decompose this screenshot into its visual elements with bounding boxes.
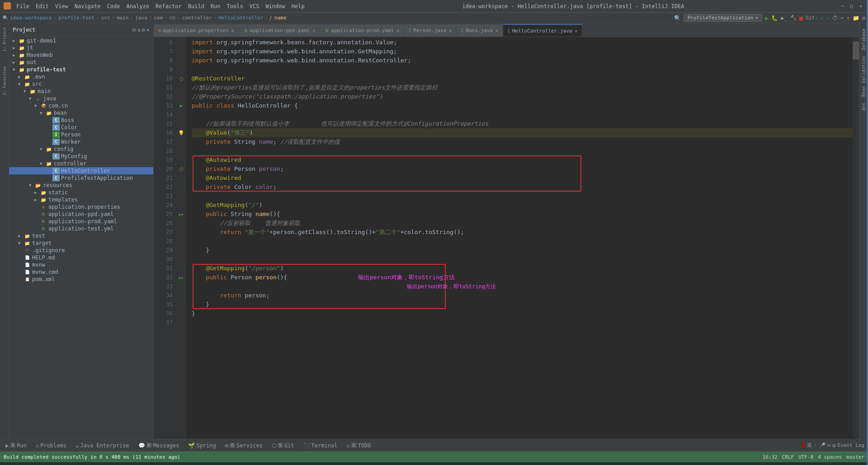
scrollbar-thumb[interactable] — [853, 42, 859, 60]
tab-close[interactable]: ✕ — [449, 28, 452, 33]
status-branch[interactable]: master — [846, 454, 864, 460]
nav-profile[interactable]: profile-test — [58, 15, 94, 21]
menu-tools[interactable]: Tools — [224, 2, 246, 10]
tab-boss[interactable]: C Boss.java ✕ — [457, 24, 503, 37]
tree-item-help[interactable]: ▶ 📄 HELP.md — [9, 254, 153, 261]
tree-item-profiletestapplication[interactable]: ▶ C ProfileTestApplication — [9, 174, 153, 182]
menu-run[interactable]: Run — [208, 2, 223, 10]
tree-item-app-ppd[interactable]: ▶ 🗎 application-ppd.yaml — [9, 211, 153, 218]
tree-item-controller[interactable]: ▼ 📁 controller — [9, 160, 153, 167]
status-time[interactable]: 16:32 — [763, 454, 778, 460]
tab-close[interactable]: ✕ — [231, 28, 234, 33]
menu-bar[interactable]: File Edit View Navigate Code Analyze Ref… — [4, 2, 307, 10]
tree-item-mvn[interactable]: ▶ 📁 .mvn — [9, 73, 153, 80]
status-encoding[interactable]: UTF-8 — [798, 454, 813, 460]
tree-item-git-demo1[interactable]: ▶ 📁 git-demo1 — [9, 37, 153, 44]
close-panel-icon[interactable]: ✕ — [146, 27, 150, 33]
tree-item-mvnw-cmd[interactable]: ▶ 📄 mvnw.cmd — [9, 268, 153, 276]
settings-icon[interactable]: ⚙ — [142, 27, 145, 33]
tab-app-ppd[interactable]: 🗎 application-ppd.yaml ✕ — [239, 24, 320, 37]
tree-item-gitignore[interactable]: ▶ ⬡ .gitignore — [9, 247, 153, 254]
run-method2-icon2[interactable]: ▶ — [182, 276, 184, 280]
maximize-button[interactable]: □ — [848, 3, 855, 10]
nav-method[interactable]: 𝑓 name — [270, 15, 286, 21]
close-button[interactable]: ✕ — [857, 3, 864, 10]
tree-item-person[interactable]: ▶ I Person — [9, 131, 153, 138]
coverage-button[interactable]: ▶̲ — [781, 15, 787, 21]
tab-app-prod[interactable]: 🗎 application-prod.yaml ✕ — [320, 24, 404, 37]
tree-item-app-props[interactable]: ▶ ⚙ application.properties — [9, 203, 153, 211]
menu-code[interactable]: Code — [104, 2, 123, 10]
tree-item-app-prod[interactable]: ▶ 🗎 application-prod.yaml — [9, 218, 153, 225]
tree-item-worker[interactable]: ▶ C Worker — [9, 138, 153, 146]
window-controls[interactable]: ─ □ ✕ — [839, 3, 864, 10]
tree-item-target[interactable]: ▼ 📁 target — [9, 240, 153, 247]
gutter-13[interactable]: ▶ — [176, 101, 186, 110]
tab-close[interactable]: ✕ — [575, 28, 577, 33]
nav-workspace[interactable]: idea-workspace — [10, 15, 52, 21]
bottom-tab-java-enterprise[interactable]: ☕ Java Enterprise — [74, 442, 131, 449]
bottom-tab-git[interactable]: ⬡ 9 Git — [270, 442, 296, 449]
tree-item-templates[interactable]: ▶ 📁 templates — [9, 196, 153, 203]
run-class-icon[interactable]: ▶ — [179, 103, 183, 109]
tab-person[interactable]: C Person.java ✕ — [404, 24, 457, 37]
run-button[interactable]: ▶ — [765, 14, 769, 22]
menu-vcs[interactable]: VCS — [247, 2, 262, 10]
tab-hellocontroller[interactable]: C HelloController.java ✕ — [503, 24, 583, 37]
bottom-tab-messages[interactable]: 💬 0 Messages — [137, 442, 181, 449]
bottom-tab-spring[interactable]: 🌱 Spring — [186, 442, 217, 449]
tree-item-pom[interactable]: ▶ 📋 pom.xml — [9, 276, 153, 283]
editor-tabs[interactable]: ⚙ application.properties ✕ 🗎 application… — [154, 23, 859, 37]
tree-item-hellocontroller[interactable]: ▶ C HelloController — [9, 167, 153, 174]
gutter-25[interactable]: ▶ ▶ — [176, 210, 186, 219]
tree-item-color[interactable]: ▶ C Color — [9, 124, 153, 131]
run-config-selector[interactable]: ProfileTestApplication ▾ — [684, 14, 762, 22]
debug-button[interactable]: 🐛 — [771, 15, 778, 21]
stop-button[interactable]: ■ — [799, 14, 803, 22]
git-rollback-icon[interactable]: ↶ — [840, 15, 844, 21]
sidebar-tab-project[interactable]: 1: Project — [1, 25, 8, 53]
tab-app-props[interactable]: ⚙ application.properties ✕ — [154, 24, 239, 37]
git-history-icon[interactable]: ⏱ — [832, 15, 838, 21]
tree-item-config[interactable]: ▼ 📁 config — [9, 146, 153, 153]
menu-refactor[interactable]: Refactor — [153, 2, 184, 10]
menu-help[interactable]: Help — [289, 2, 307, 10]
bulb-icon[interactable]: 💡 — [178, 130, 184, 136]
tree-item-bean[interactable]: ▼ 📁 bean — [9, 109, 153, 117]
menu-file[interactable]: File — [14, 2, 32, 10]
tree-item-myconfig[interactable]: ▶ C MyConfig — [9, 153, 153, 160]
run-method-icon2[interactable]: ▶ — [182, 212, 184, 216]
bottom-tab-services[interactable]: ⚙ 8 Services — [223, 442, 264, 449]
sidebar-tab-favorites[interactable]: 2: Favorites — [1, 64, 8, 97]
editor-scrollbar[interactable] — [853, 37, 859, 439]
tree-item-mvnw[interactable]: ▶ 📄 mvnw — [9, 261, 153, 268]
project-panel-icons[interactable]: ⊡ ⇅ ⚙ ✕ — [132, 27, 150, 33]
tree-item-java[interactable]: ▼ ☕ java — [9, 95, 153, 102]
new-window-icon[interactable]: ⊡ — [132, 27, 136, 33]
status-line-ending[interactable]: CRLF — [782, 454, 794, 460]
git-push-icon[interactable]: ↑ — [847, 15, 850, 21]
run-config-dropdown-icon[interactable]: ▾ — [755, 15, 758, 21]
gutter-20[interactable]: ⬡ — [176, 164, 186, 174]
tree-item-src[interactable]: ▼ 📁 src — [9, 80, 153, 88]
menu-window[interactable]: Window — [263, 2, 288, 10]
sort-icon[interactable]: ⇅ — [137, 27, 140, 33]
menu-view[interactable]: View — [52, 2, 71, 10]
bottom-tab-problems[interactable]: ⚠ Problems — [34, 442, 68, 449]
tree-item-main[interactable]: ▼ 📁 main — [9, 88, 153, 95]
tab-close[interactable]: ✕ — [312, 28, 315, 33]
gutter-32[interactable]: ▶ ▶ — [176, 273, 186, 282]
tree-item-resources[interactable]: ▼ 📂 resources — [9, 182, 153, 189]
build-button[interactable]: 🔨 — [790, 15, 797, 21]
tree-item-profile-test[interactable]: ▼ 📁 profile-test — [9, 66, 153, 73]
nav-class[interactable]: HelloController — [218, 15, 263, 21]
status-indent[interactable]: 4 spaces — [818, 454, 842, 460]
tree-item-boss[interactable]: ▶ C Boss — [9, 117, 153, 124]
git-checkmark[interactable]: ✓ — [821, 15, 824, 21]
search-everywhere-icon[interactable]: 🔍 — [674, 15, 681, 21]
event-log-label[interactable]: Event Log — [837, 442, 864, 448]
tree-item-static[interactable]: ▶ 📁 static — [9, 189, 153, 196]
tab-close[interactable]: ✕ — [495, 28, 498, 33]
tree-item-out[interactable]: ▶ 📁 out — [9, 59, 153, 66]
tree-item-comcn[interactable]: ▼ 📦 com.cn — [9, 102, 153, 109]
